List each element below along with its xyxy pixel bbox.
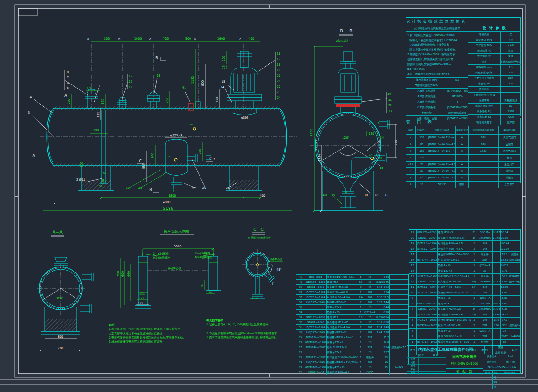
param-row: 换热面积 xyxy=(468,87,521,92)
param-row: 全容积 M³3.9 xyxy=(468,81,521,87)
nozzle-row: f 50 JB/T82.2—94 50—4.0 A 排污口 xyxy=(406,167,520,174)
parts-row: 40 GB6170—2000 螺母 M16 16 30 0.028 0.454 xyxy=(296,279,408,284)
svg-text:200: 200 xyxy=(222,56,226,61)
svg-text:h: h xyxy=(194,37,196,41)
svg-text:1600: 1600 xyxy=(217,37,225,41)
drawing-type: 装 配 图 xyxy=(446,368,483,374)
nozzle-row: h 15 ZG1/2″ 螺纹 压力表口 xyxy=(406,181,520,188)
position-value: 7—1 xyxy=(501,354,520,359)
svg-text:34: 34 xyxy=(380,136,384,140)
svg-text:φ395: φ395 xyxy=(241,116,249,120)
signature-row: 审核 xyxy=(407,368,446,372)
parts-row: 39 GB901—2000 双头螺柱 M16×80 8 35 0.12 0.96 xyxy=(296,284,408,289)
parts-row: 8 GB6170—2000 螺母 M24 32 30CrMo 0.081 2.6… xyxy=(409,301,520,306)
svg-text:27: 27 xyxy=(192,187,196,190)
svg-text:e₂: e₂ xyxy=(168,155,171,158)
svg-text:700: 700 xyxy=(163,37,169,41)
svg-text:20: 20 xyxy=(277,74,280,78)
svg-text:780: 780 xyxy=(58,346,63,350)
svg-text:3: 3 xyxy=(28,111,30,115)
svg-text:21: 21 xyxy=(277,79,280,83)
test-row: A.B类 探伤方法RT100% xyxy=(406,94,468,99)
svg-text:120°: 120° xyxy=(342,136,349,140)
param-row: 工作压力 MPa<4.0 xyxy=(468,43,521,48)
svg-text:65: 65 xyxy=(140,292,144,295)
drawing-number: NH—2695—O1A xyxy=(483,364,520,370)
drawing-title-cell: 回火气液分离器 PN4.0MPa DN1000 装 配 图 xyxy=(446,354,483,374)
svg-text:25: 25 xyxy=(226,186,230,190)
svg-text:e₂: e₂ xyxy=(379,156,382,160)
nozzle-table-header: 符号 公称尺寸 连接尺寸标准 连接面形式 法兰面距中心线高度 用途或名称 xyxy=(406,126,520,134)
parts-row: 6 JB/T82.2—1994 对焊法兰 150—4.0 A 2件 20Ⅱ 27… xyxy=(409,312,520,317)
svg-text:B: B xyxy=(155,56,158,60)
parts-row: 13 HG21515—1995 手孔(NZ—1220)/150—4.0 1 组合… xyxy=(409,273,520,279)
parts-row: 26 接管 φ57×7 1 20 3.57 xyxy=(296,350,408,355)
svg-text:15: 15 xyxy=(222,80,225,84)
supplementary-notes: 补充技术要求 1.设备上管口A、B、C、D均带配对法兰及紧固件. 2.本设备所有… xyxy=(206,318,278,339)
svg-text:11: 11 xyxy=(129,80,132,84)
svg-text:38: 38 xyxy=(364,193,368,197)
parts-row: 31 JB/T82.2—1994 对焊法兰 25—4.0 A 2 20Ⅱ 1.2… xyxy=(296,324,408,329)
svg-text:φ273×8: φ273×8 xyxy=(170,134,182,137)
nozzle-row: b 80 JB/T82.2—94 80—4.0 A 618 放空口 xyxy=(406,141,520,148)
param-row: 介质不饱和脂肪烃气体 xyxy=(468,59,521,65)
svg-text:150: 150 xyxy=(369,132,374,136)
svg-text:a.b.c.d.h: a.b.c.d.h xyxy=(336,39,348,42)
parts-list-main: 21 GB6170—2000 螺母 M36×3 32 30CrMo 0.317 … xyxy=(409,229,521,345)
svg-text:设备中心线: 设备中心线 xyxy=(269,258,282,261)
svg-text:36: 36 xyxy=(384,193,387,197)
svg-text:A: A xyxy=(64,94,67,98)
standards-header: 设计制造应符合的标准规范及检验要求 xyxy=(406,25,468,32)
svg-text:12: 12 xyxy=(129,74,132,78)
svg-text:10: 10 xyxy=(99,185,102,188)
svg-text:800: 800 xyxy=(104,37,110,41)
svg-text:7: 7 xyxy=(67,76,69,79)
svg-text:g: g xyxy=(345,190,347,193)
parts-row: 30 HGJ527—1990 补强圈 dN25—D 2 20Ⅱ 1.64 3.2… xyxy=(296,329,408,335)
parts-row: 36 HGJ527—1990 补强圈 dN50—E 2 20Ⅱ 3.72 7.4… xyxy=(296,299,408,304)
svg-text:M20地脚螺栓: M20地脚螺栓 xyxy=(195,256,212,259)
svg-text:17: 17 xyxy=(277,57,280,61)
param-row: 设计压力 MPa4.0 xyxy=(468,37,521,43)
svg-text:2788: 2788 xyxy=(310,129,313,136)
parts-row: 27 JB/T4746—2002 封头 EHB273×8 1 20R 5.84 … xyxy=(296,345,408,350)
svg-text:37: 37 xyxy=(374,193,378,197)
signature-row: 批准 xyxy=(407,372,446,375)
parts-row: 4 JB/T4746—2002 封头 EHA1000×18 2 20R 166 … xyxy=(409,323,520,328)
parts-row: 19 JB/T82.2—1994 对焊法兰 400—4.0 B 1 20Ⅱ 10… xyxy=(409,240,520,246)
svg-text:M20地脚螺栓: M20地脚螺栓 xyxy=(153,256,170,260)
parts-row: 1 JB/T4712—1992 鞍式支座 BⅠ1000—F—800 1 组合件 … xyxy=(409,339,520,345)
parts-row: 18 JB/T82.2—1994 对焊法兰 400—4.0 A 1 20Ⅱ 11… xyxy=(409,246,520,251)
svg-text:31: 31 xyxy=(388,98,392,102)
param-row: 焊缝系数 纵/环1.0 xyxy=(468,70,521,76)
svg-text:e₁ e₂: e₁ e₂ xyxy=(252,296,258,299)
svg-text:26: 26 xyxy=(202,186,206,190)
svg-text:315: 315 xyxy=(215,97,219,102)
svg-text:鞍座安装示意图: 鞍座安装示意图 xyxy=(164,230,189,234)
svg-text:C: C xyxy=(209,157,212,161)
sheet-count: 共1张 第1张 xyxy=(493,371,498,389)
svg-text:1118: 1118 xyxy=(317,154,321,162)
svg-text:6: 6 xyxy=(67,81,69,85)
svg-text:A: A xyxy=(32,154,35,158)
nozzle-row: a 150 JB/T82.2—94 150—4.0 A 618 天然气进口 xyxy=(406,134,520,141)
svg-text:760: 760 xyxy=(116,271,120,277)
title-block: 内江永盛化工机械有限责任公司 签 字 日 期 设计 制图 校 xyxy=(407,345,521,374)
param-row: 设备净重 Kg3380 xyxy=(468,109,521,115)
svg-text:300: 300 xyxy=(151,153,154,158)
svg-text:600: 600 xyxy=(121,271,125,277)
svg-text:13: 13 xyxy=(157,74,160,78)
svg-text:200: 200 xyxy=(198,149,202,154)
svg-text:41: 41 xyxy=(182,86,186,89)
svg-text:22: 22 xyxy=(277,85,280,89)
equipment-spec: PN4.0MPa DN1000 xyxy=(446,362,483,366)
nozzle-rows: a 150 JB/T82.2—94 150—4.0 A 618 天然气进口 b … xyxy=(406,134,520,188)
svg-text:700: 700 xyxy=(394,140,398,145)
test-row: A.B类 探伤标准JB/T4730.2—2005 xyxy=(406,89,468,94)
svg-text:4800: 4800 xyxy=(163,200,171,204)
parts-row: 12 GB901—2000 双头螺柱 M16×100 8组 35CrMoA 0.… xyxy=(409,279,520,284)
param-row: 主要受压元件材质20R xyxy=(468,76,521,81)
svg-text:24: 24 xyxy=(277,96,280,99)
param-row: 保温材料聚氨酯泡沫 xyxy=(468,98,521,104)
svg-text:120°: 120° xyxy=(56,297,63,300)
